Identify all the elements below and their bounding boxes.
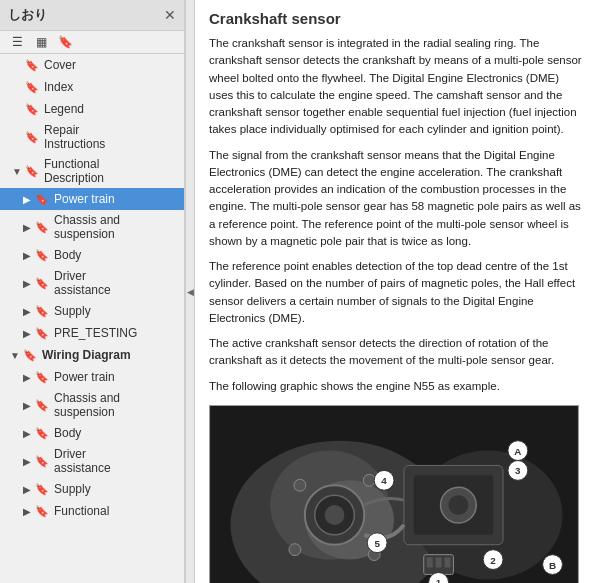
- expand-arrow-pre-testing[interactable]: [20, 328, 34, 339]
- svg-point-7: [325, 505, 345, 525]
- sidebar: しおり ✕ ☰ ▦ 🔖 🔖 Cover 🔖 Index 🔖 Legend �: [0, 0, 185, 583]
- sidebar-item-functional-description[interactable]: 🔖 FunctionalDescription: [0, 154, 184, 188]
- expand-arrow-repair: [10, 132, 24, 143]
- expand-arrow-chassis-1[interactable]: [20, 222, 34, 233]
- sidebar-item-chassis-2[interactable]: 🔖 Chassis andsuspension: [0, 388, 184, 422]
- paragraph-5: The following graphic shows the engine N…: [209, 378, 586, 395]
- sidebar-item-index[interactable]: 🔖 Index: [0, 76, 184, 98]
- sidebar-item-body-1[interactable]: 🔖 Body: [0, 244, 184, 266]
- sidebar-label-chassis-1: Chassis andsuspension: [54, 213, 120, 241]
- expand-arrow-power-train-1[interactable]: [20, 194, 34, 205]
- svg-point-8: [294, 479, 306, 491]
- sidebar-collapse-handle[interactable]: ◀: [185, 0, 195, 583]
- svg-point-15: [449, 495, 469, 515]
- bookmark-icon-legend: 🔖: [24, 101, 40, 117]
- svg-point-11: [289, 543, 301, 555]
- sidebar-item-legend[interactable]: 🔖 Legend: [0, 98, 184, 120]
- bookmark-icon-chassis-1: 🔖: [34, 219, 50, 235]
- engine-diagram: A B 1 2 3 4 5 F571000B: [209, 405, 579, 583]
- sidebar-item-repair-instructions[interactable]: 🔖 RepairInstructions: [0, 120, 184, 154]
- sidebar-item-driver-assistance-1[interactable]: 🔖 Driverassistance: [0, 266, 184, 300]
- content-wrapper: Crankshaft sensor The crankshaft sensor …: [209, 10, 586, 583]
- sidebar-label-power-train-2: Power train: [54, 370, 115, 384]
- sidebar-item-power-train-2[interactable]: 🔖 Power train: [0, 366, 184, 388]
- expand-arrow-power-train-2[interactable]: [20, 372, 34, 383]
- sidebar-item-chassis-1[interactable]: 🔖 Chassis andsuspension: [0, 210, 184, 244]
- sidebar-item-driver-assistance-2[interactable]: 🔖 Driverassistance: [0, 444, 184, 478]
- sidebar-label-driver-2: Driverassistance: [54, 447, 111, 475]
- bookmark-icon-pre-testing: 🔖: [34, 325, 50, 341]
- sidebar-label-pre-testing: PRE_TESTING: [54, 326, 137, 340]
- expand-arrow-supply-2[interactable]: [20, 484, 34, 495]
- sidebar-label-repair: RepairInstructions: [44, 123, 105, 151]
- svg-point-9: [363, 474, 375, 486]
- expand-arrow-functional[interactable]: [10, 166, 24, 177]
- bookmark-icon-body-2: 🔖: [34, 425, 50, 441]
- svg-text:2: 2: [490, 554, 496, 565]
- sidebar-nav: 🔖 Cover 🔖 Index 🔖 Legend 🔖 RepairInstruc…: [0, 54, 184, 583]
- bookmark-add-icon[interactable]: 🔖: [56, 35, 74, 49]
- bookmark-icon-power-train-2: 🔖: [34, 369, 50, 385]
- list-view-icon[interactable]: ☰: [8, 35, 26, 49]
- sidebar-label-functional: FunctionalDescription: [44, 157, 104, 185]
- bookmark-icon-chassis-2: 🔖: [34, 397, 50, 413]
- sidebar-item-functional-2[interactable]: 🔖 Functional: [0, 500, 184, 522]
- sidebar-label-supply-2: Supply: [54, 482, 91, 496]
- main-content: Crankshaft sensor The crankshaft sensor …: [195, 0, 600, 583]
- sidebar-label-wiring: Wiring Diagram: [42, 348, 131, 362]
- sidebar-header: しおり ✕: [0, 0, 184, 31]
- bookmark-icon-index: 🔖: [24, 79, 40, 95]
- svg-text:A: A: [514, 445, 521, 456]
- bookmark-icon-repair: 🔖: [24, 129, 40, 145]
- bookmark-icon-driver-1: 🔖: [34, 275, 50, 291]
- bookmark-icon-supply-1: 🔖: [34, 303, 50, 319]
- expand-arrow-wiring[interactable]: [8, 350, 22, 361]
- sidebar-label-body-1: Body: [54, 248, 81, 262]
- bookmark-icon-wiring: 🔖: [22, 347, 38, 363]
- expand-arrow-supply-1[interactable]: [20, 306, 34, 317]
- sidebar-label-index: Index: [44, 80, 73, 94]
- expand-arrow-body-1[interactable]: [20, 250, 34, 261]
- sidebar-item-power-train-1[interactable]: 🔖 Power train: [0, 188, 184, 210]
- article-title: Crankshaft sensor: [209, 10, 586, 27]
- bookmark-icon-supply-2: 🔖: [34, 481, 50, 497]
- svg-rect-18: [436, 557, 442, 567]
- expand-arrow-body-2[interactable]: [20, 428, 34, 439]
- close-button[interactable]: ✕: [164, 8, 176, 22]
- sidebar-label-chassis-2: Chassis andsuspension: [54, 391, 120, 419]
- svg-text:1: 1: [436, 577, 442, 583]
- sidebar-item-body-2[interactable]: 🔖 Body: [0, 422, 184, 444]
- sidebar-label-cover: Cover: [44, 58, 76, 72]
- expand-arrow-chassis-2[interactable]: [20, 400, 34, 411]
- bookmark-icon-functional: 🔖: [24, 163, 40, 179]
- sidebar-item-pre-testing[interactable]: 🔖 PRE_TESTING: [0, 322, 184, 344]
- grid-view-icon[interactable]: ▦: [32, 35, 50, 49]
- sidebar-label-body-2: Body: [54, 426, 81, 440]
- bookmark-icon-body-1: 🔖: [34, 247, 50, 263]
- svg-text:4: 4: [381, 475, 387, 486]
- paragraph-4: The active crankshaft sensor detects the…: [209, 335, 586, 370]
- expand-arrow-legend: [10, 104, 24, 115]
- sidebar-label-power-train-1: Power train: [54, 192, 115, 206]
- sidebar-item-supply-1[interactable]: 🔖 Supply: [0, 300, 184, 322]
- sidebar-toolbar: ☰ ▦ 🔖: [0, 31, 184, 54]
- engine-svg: A B 1 2 3 4 5 F571000B: [210, 406, 578, 583]
- sidebar-label-functional-2: Functional: [54, 504, 109, 518]
- sidebar-item-supply-2[interactable]: 🔖 Supply: [0, 478, 184, 500]
- bookmark-icon-cover: 🔖: [24, 57, 40, 73]
- sidebar-label-driver-1: Driverassistance: [54, 269, 111, 297]
- expand-arrow-driver-1[interactable]: [20, 278, 34, 289]
- sidebar-item-cover[interactable]: 🔖 Cover: [0, 54, 184, 76]
- paragraph-3: The reference point enables detection of…: [209, 258, 586, 327]
- paragraph-1: The crankshaft sensor is integrated in t…: [209, 35, 586, 139]
- expand-arrow-cover: [10, 60, 24, 71]
- expand-arrow-driver-2[interactable]: [20, 456, 34, 467]
- sidebar-label-supply-1: Supply: [54, 304, 91, 318]
- svg-text:B: B: [549, 559, 556, 570]
- expand-arrow-functional-2[interactable]: [20, 506, 34, 517]
- article-body: The crankshaft sensor is integrated in t…: [209, 35, 586, 395]
- sidebar-title: しおり: [8, 6, 47, 24]
- sidebar-label-legend: Legend: [44, 102, 84, 116]
- svg-text:3: 3: [515, 465, 521, 476]
- sidebar-item-wiring-diagram[interactable]: 🔖 Wiring Diagram: [0, 344, 184, 366]
